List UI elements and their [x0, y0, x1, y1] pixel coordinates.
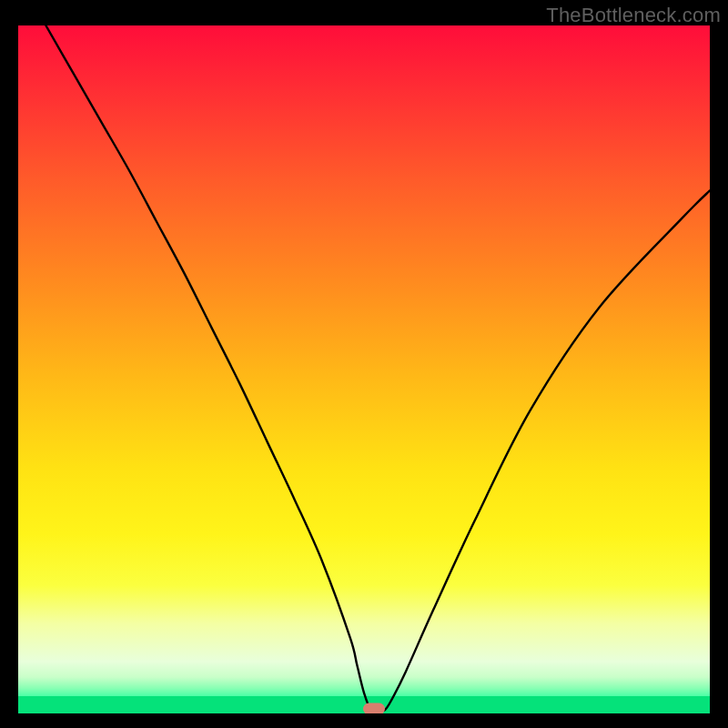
plot-area	[18, 25, 710, 713]
bottleneck-curve	[46, 25, 710, 712]
watermark-text: TheBottleneck.com	[546, 4, 721, 27]
optimum-marker	[363, 703, 385, 713]
curve-svg	[18, 25, 710, 713]
chart-container: TheBottleneck.com	[0, 0, 728, 728]
